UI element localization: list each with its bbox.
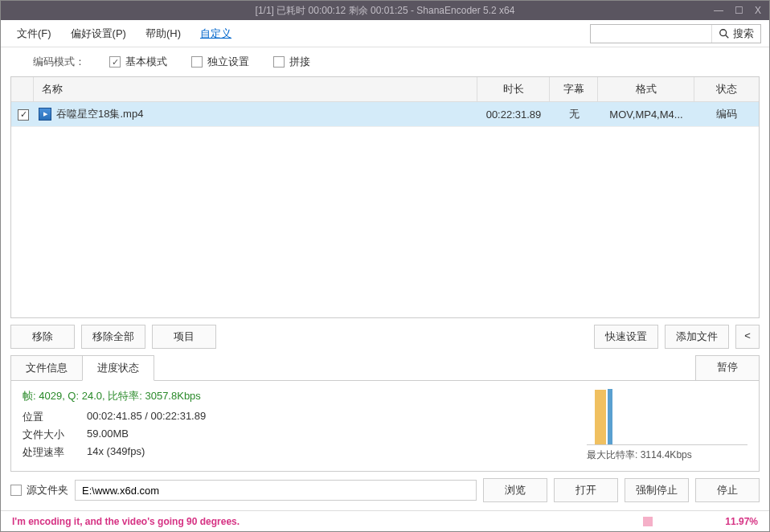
collapse-button[interactable]: < (735, 325, 760, 349)
mode-basic-checkbox[interactable]: 基本模式 (109, 55, 167, 69)
graph-bar (595, 390, 606, 444)
filesize-value: 59.00MB (87, 428, 129, 442)
stop-button[interactable]: 停止 (695, 478, 760, 502)
menubar: 文件(F) 偏好设置(P) 帮助(H) 自定义 搜索 (1, 20, 769, 47)
row-checkbox[interactable] (11, 103, 34, 125)
mode-individual-checkbox[interactable]: 独立设置 (191, 55, 249, 69)
video-file-icon (39, 108, 51, 121)
row-status: 编码 (694, 102, 759, 126)
check-icon (18, 109, 29, 121)
encode-mode-label: 编码模式： (33, 55, 85, 69)
close-button[interactable]: X (755, 5, 761, 16)
minimize-button[interactable]: — (714, 5, 723, 16)
check-icon (273, 56, 285, 68)
status-bar: I'm encoding it, and the video's going 9… (1, 510, 769, 531)
col-name[interactable]: 名称 (34, 77, 477, 101)
speed-value: 14x (349fps) (87, 445, 145, 460)
source-folder-checkbox[interactable]: 源文件夹 (10, 483, 68, 497)
bitrate-graph (587, 389, 747, 445)
open-button[interactable]: 打开 (554, 478, 618, 502)
browse-button[interactable]: 浏览 (483, 478, 547, 502)
remove-all-button[interactable]: 移除全部 (81, 325, 145, 349)
col-format[interactable]: 格式 (598, 77, 694, 101)
window-controls: — ☐ X (714, 5, 769, 16)
maximize-button[interactable]: ☐ (735, 5, 743, 16)
col-check (11, 77, 34, 101)
output-row: 源文件夹 浏览 打开 强制停止 停止 (10, 472, 760, 510)
search-input[interactable] (591, 26, 711, 41)
content-area: 名称 时长 字幕 格式 状态 吞噬星空18集.mp4 00:22:31.89 无… (1, 76, 769, 510)
search-button-label: 搜索 (733, 27, 754, 41)
action-button-row: 移除 移除全部 项目 快速设置 添加文件 < (10, 318, 760, 355)
table-row[interactable]: 吞噬星空18集.mp4 00:22:31.89 无 MOV,MP4,M4... … (11, 102, 759, 127)
remove-button[interactable]: 移除 (10, 325, 75, 349)
row-filename: 吞噬星空18集.mp4 (56, 107, 143, 121)
quick-settings-button[interactable]: 快速设置 (594, 325, 658, 349)
app-window: [1/1] 已耗时 00:00:12 剩余 00:01:25 - ShanaEn… (0, 0, 770, 532)
progress-percent: 11.97% (725, 516, 758, 527)
row-duration: 00:22:31.89 (477, 104, 550, 125)
progress-panel: 帧: 4029, Q: 24.0, 比特率: 3057.8Kbps 位置00:0… (10, 380, 760, 472)
force-stop-button[interactable]: 强制停止 (625, 478, 689, 502)
check-icon (191, 56, 203, 68)
search-icon (719, 28, 730, 39)
menu-file[interactable]: 文件(F) (9, 23, 59, 44)
add-file-button[interactable]: 添加文件 (665, 325, 729, 349)
col-status[interactable]: 状态 (694, 77, 759, 101)
table-header: 名称 时长 字幕 格式 状态 (11, 77, 759, 102)
status-indicator-icon (643, 517, 653, 526)
row-format: MOV,MP4,M4... (598, 104, 694, 125)
titlebar: [1/1] 已耗时 00:00:12 剩余 00:01:25 - ShanaEn… (1, 1, 769, 20)
svg-line-1 (726, 35, 729, 38)
pause-button[interactable]: 暂停 (695, 355, 760, 381)
row-subtitle: 无 (550, 102, 598, 126)
window-title: [1/1] 已耗时 00:00:12 剩余 00:01:25 - ShanaEn… (1, 4, 769, 18)
file-table: 名称 时长 字幕 格式 状态 吞噬星空18集.mp4 00:22:31.89 无… (10, 76, 760, 318)
project-button[interactable]: 项目 (152, 325, 216, 349)
position-value: 00:02:41.85 / 00:22:31.89 (87, 410, 206, 424)
filesize-label: 文件大小 (23, 428, 87, 442)
table-body: 吞噬星空18集.mp4 00:22:31.89 无 MOV,MP4,M4... … (11, 102, 759, 317)
col-subtitle[interactable]: 字幕 (550, 77, 598, 101)
check-icon (109, 56, 121, 68)
tab-file-info[interactable]: 文件信息 (10, 355, 83, 381)
position-label: 位置 (23, 410, 87, 424)
source-folder-label: 源文件夹 (27, 483, 68, 497)
tab-progress[interactable]: 进度状态 (82, 355, 154, 381)
menu-custom[interactable]: 自定义 (192, 23, 240, 44)
search-box: 搜索 (590, 24, 761, 43)
search-button[interactable]: 搜索 (711, 25, 760, 43)
bitrate-graph-area: 最大比特率: 3114.4Kbps (587, 389, 747, 463)
mode-concat-checkbox[interactable]: 拼接 (273, 55, 310, 69)
max-bitrate-label: 最大比特率: 3114.4Kbps (587, 448, 747, 462)
encode-mode-row: 编码模式： 基本模式 独立设置 拼接 (1, 47, 769, 76)
output-path-input[interactable] (75, 480, 477, 501)
info-tabs: 文件信息 进度状态 暂停 (10, 355, 760, 381)
graph-bar (608, 389, 612, 444)
check-icon (10, 485, 22, 496)
menu-help[interactable]: 帮助(H) (137, 23, 189, 44)
encode-stats-line: 帧: 4029, Q: 24.0, 比特率: 3057.8Kbps (23, 389, 571, 403)
menu-preferences[interactable]: 偏好设置(P) (63, 23, 134, 44)
speed-label: 处理速率 (23, 445, 87, 460)
status-message: I'm encoding it, and the video's going 9… (12, 516, 240, 527)
svg-point-0 (720, 29, 727, 35)
col-duration[interactable]: 时长 (477, 77, 550, 101)
